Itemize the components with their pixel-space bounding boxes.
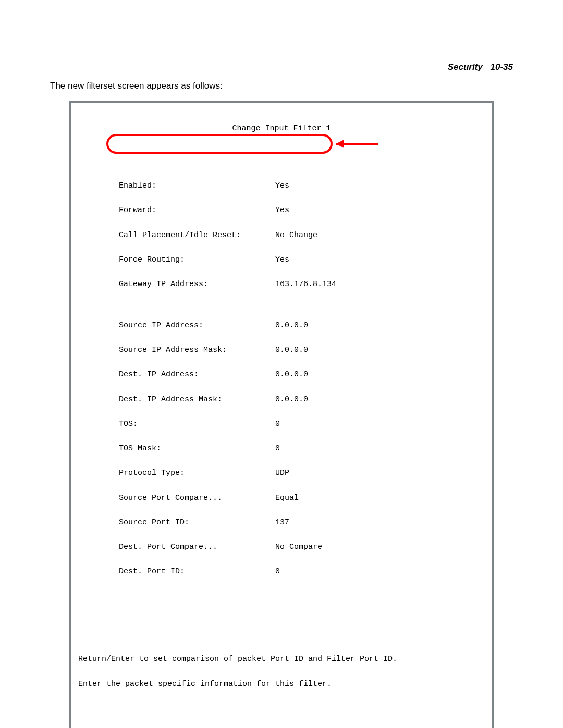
header-section: Security	[448, 62, 488, 72]
terminal-title: Change Input Filter 1	[78, 125, 485, 133]
highlight-circle-icon	[107, 135, 332, 153]
term-row: Forward:Yes	[78, 206, 485, 215]
term-row: Call Placement/Idle Reset:No Change	[78, 231, 485, 240]
terminal-footer: Return/Enter to set comparison of packet…	[78, 617, 485, 705]
term-row: Dest. IP Address:0.0.0.0	[78, 371, 485, 379]
term-row: Source IP Address Mask:0.0.0.0	[78, 346, 485, 354]
term-row: Protocol Type:UDP	[78, 469, 485, 477]
term-row: Force Routing:Yes	[78, 256, 485, 264]
intro-text: The new filterset screen appears as foll…	[50, 80, 513, 91]
term-row: TOS:0	[78, 420, 485, 428]
term-row: Enabled:Yes	[78, 182, 485, 190]
terminal-rows: Enabled:Yes Forward:Yes Call Placement/I…	[78, 157, 485, 593]
terminal-footer-line: Return/Enter to set comparison of packet…	[78, 655, 485, 663]
terminal-footer-line: Enter the packet specific information fo…	[78, 680, 485, 688]
running-header: Security 10-35	[448, 61, 513, 72]
term-row: Dest. IP Address Mask:0.0.0.0	[78, 396, 485, 404]
terminal-screenshot: Change Input Filter 1 Enabled:Yes Forwar…	[69, 101, 494, 728]
header-pageno: 10-35	[491, 62, 513, 72]
term-row: TOS Mask:0	[78, 445, 485, 453]
arrow-head-icon	[336, 140, 344, 148]
term-row: Gateway IP Address:163.176.8.134	[78, 280, 485, 289]
term-row: Dest. Port ID:0	[78, 567, 485, 576]
term-row: Source Port ID:137	[78, 519, 485, 527]
term-row: Dest. Port Compare...No Compare	[78, 543, 485, 551]
page-body: Security 10-35 The new filterset screen …	[0, 0, 563, 728]
term-row: Source IP Address:0.0.0.0	[78, 322, 485, 330]
term-row: Source Port Compare...Equal	[78, 494, 485, 502]
